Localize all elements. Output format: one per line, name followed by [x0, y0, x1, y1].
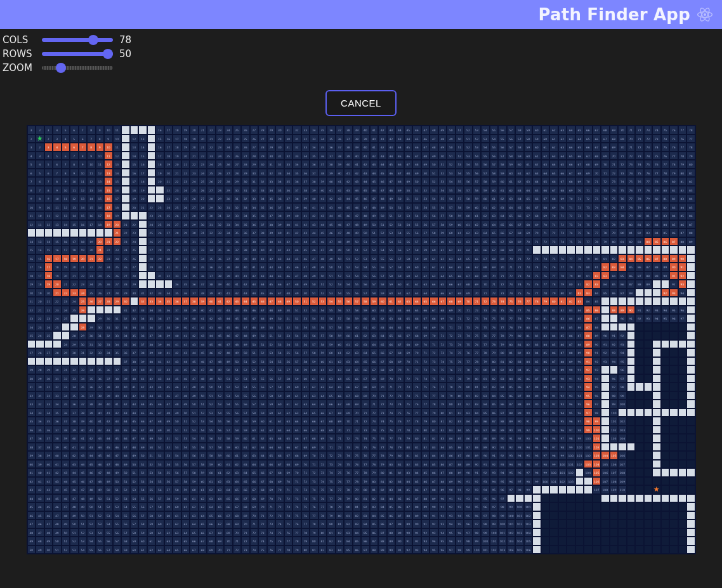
- grid-cell[interactable]: 69: [618, 134, 627, 143]
- grid-cell[interactable]: [584, 494, 593, 503]
- grid-cell[interactable]: 35: [130, 331, 139, 340]
- grid-cell[interactable]: 62: [387, 306, 396, 315]
- grid-cell[interactable]: 71: [361, 408, 370, 417]
- grid-cell[interactable]: 46: [224, 331, 233, 340]
- grid-cell[interactable]: 69: [395, 357, 404, 366]
- grid-cell[interactable]: 44: [241, 297, 250, 306]
- grid-cell[interactable]: 76: [473, 340, 482, 349]
- grid-cell[interactable]: 53: [344, 271, 353, 280]
- grid-cell[interactable]: 50: [62, 528, 70, 537]
- grid-cell[interactable]: 71: [575, 194, 584, 203]
- grid-cell[interactable]: 32: [181, 254, 190, 263]
- grid-cell[interactable]: 63: [567, 134, 575, 143]
- grid-cell[interactable]: 38: [155, 331, 164, 340]
- grid-cell[interactable]: 54: [199, 426, 207, 434]
- grid-cell[interactable]: 101: [575, 451, 584, 460]
- grid-cell[interactable]: 90: [481, 451, 490, 460]
- grid-cell[interactable]: 33: [147, 297, 156, 306]
- grid-cell[interactable]: 31: [87, 340, 96, 349]
- grid-cell[interactable]: 22: [207, 143, 216, 152]
- grid-cell[interactable]: 77: [292, 528, 301, 537]
- grid-cell[interactable]: 51: [395, 203, 404, 212]
- grid-cell[interactable]: 35: [301, 160, 310, 169]
- grid-cell[interactable]: 50: [395, 194, 404, 203]
- grid-cell[interactable]: 79: [669, 169, 678, 178]
- grid-cell[interactable]: 59: [310, 357, 318, 366]
- grid-cell[interactable]: 71: [584, 186, 593, 195]
- grid-cell[interactable]: [669, 519, 678, 528]
- grid-cell[interactable]: 91: [593, 348, 601, 357]
- grid-cell[interactable]: 55: [216, 417, 225, 426]
- grid-cell[interactable]: 100: [498, 519, 507, 528]
- grid-cell[interactable]: 104: [524, 528, 533, 537]
- grid-cell[interactable]: 44: [224, 314, 233, 323]
- grid-cell[interactable]: 58: [113, 546, 122, 554]
- grid-cell[interactable]: 72: [481, 297, 490, 306]
- grid-cell[interactable]: 78: [678, 152, 687, 160]
- grid-cell[interactable]: 76: [378, 434, 387, 443]
- grid-cell[interactable]: 46: [121, 434, 130, 443]
- grid-cell[interactable]: 59: [327, 340, 336, 349]
- grid-cell[interactable]: 86: [404, 494, 413, 503]
- grid-cell[interactable]: 83: [515, 357, 524, 366]
- grid-cell[interactable]: 81: [344, 511, 353, 520]
- grid-cell[interactable]: 34: [241, 211, 250, 220]
- grid-cell[interactable]: 16: [87, 211, 96, 220]
- grid-cell[interactable]: 87: [541, 365, 550, 374]
- grid-cell[interactable]: 54: [310, 314, 318, 323]
- grid-cell[interactable]: 41: [301, 211, 310, 220]
- grid-cell[interactable]: 38: [275, 211, 284, 220]
- grid-cell[interactable]: 70: [292, 468, 301, 477]
- grid-cell[interactable]: 54: [344, 280, 353, 289]
- grid-cell[interactable]: 84: [549, 331, 558, 340]
- grid-cell[interactable]: 63: [447, 254, 456, 263]
- grid-cell[interactable]: 38: [250, 237, 259, 246]
- grid-cell[interactable]: 66: [199, 528, 207, 537]
- grid-cell[interactable]: 27: [190, 203, 199, 212]
- grid-cell[interactable]: 92: [558, 391, 567, 400]
- grid-cell[interactable]: 82: [395, 468, 404, 477]
- grid-cell[interactable]: 53: [473, 143, 482, 152]
- grid-cell[interactable]: 71: [327, 443, 336, 452]
- grid-cell[interactable]: 50: [138, 451, 147, 460]
- grid-cell[interactable]: 64: [310, 400, 318, 408]
- grid-cell[interactable]: 43: [79, 451, 88, 460]
- grid-cell[interactable]: 64: [241, 468, 250, 477]
- grid-cell[interactable]: 71: [481, 289, 490, 297]
- grid-cell[interactable]: 64: [490, 220, 499, 229]
- grid-cell[interactable]: 77: [447, 374, 456, 383]
- grid-cell[interactable]: 75: [267, 537, 276, 546]
- grid-cell[interactable]: 55: [412, 220, 421, 229]
- grid-cell[interactable]: 60: [147, 528, 156, 537]
- grid-cell[interactable]: [147, 152, 156, 160]
- grid-cell[interactable]: 79: [318, 519, 327, 528]
- grid-cell[interactable]: 13: [70, 203, 79, 212]
- grid-cell[interactable]: 89: [524, 400, 533, 408]
- grid-cell[interactable]: 96: [464, 519, 473, 528]
- grid-cell[interactable]: 83: [421, 451, 430, 460]
- grid-cell[interactable]: 86: [524, 374, 533, 383]
- grid-cell[interactable]: 49: [395, 186, 404, 195]
- grid-cell[interactable]: 11: [27, 211, 36, 220]
- grid-cell[interactable]: 59: [318, 348, 327, 357]
- grid-cell[interactable]: 65: [447, 271, 456, 280]
- grid-cell[interactable]: 51: [138, 460, 147, 469]
- grid-cell[interactable]: 58: [121, 537, 130, 546]
- grid-cell[interactable]: 40: [310, 194, 318, 203]
- grid-cell[interactable]: 63: [532, 169, 541, 178]
- grid-cell[interactable]: 84: [532, 348, 541, 357]
- grid-cell[interactable]: 36: [267, 203, 276, 212]
- grid-cell[interactable]: 47: [104, 460, 113, 469]
- grid-cell[interactable]: 64: [190, 519, 199, 528]
- grid-cell[interactable]: 109: [610, 485, 619, 494]
- grid-cell[interactable]: 63: [395, 306, 404, 315]
- grid-cell[interactable]: 81: [438, 417, 447, 426]
- grid-cell[interactable]: 40: [284, 220, 293, 229]
- grid-cell[interactable]: 79: [652, 186, 661, 195]
- grid-cell[interactable]: 107: [618, 460, 627, 469]
- grid-cell[interactable]: 82: [327, 537, 336, 546]
- grid-cell[interactable]: 9: [36, 203, 44, 212]
- grid-cell[interactable]: 47: [430, 134, 438, 143]
- grid-cell[interactable]: 41: [79, 434, 88, 443]
- grid-cell[interactable]: [661, 348, 670, 357]
